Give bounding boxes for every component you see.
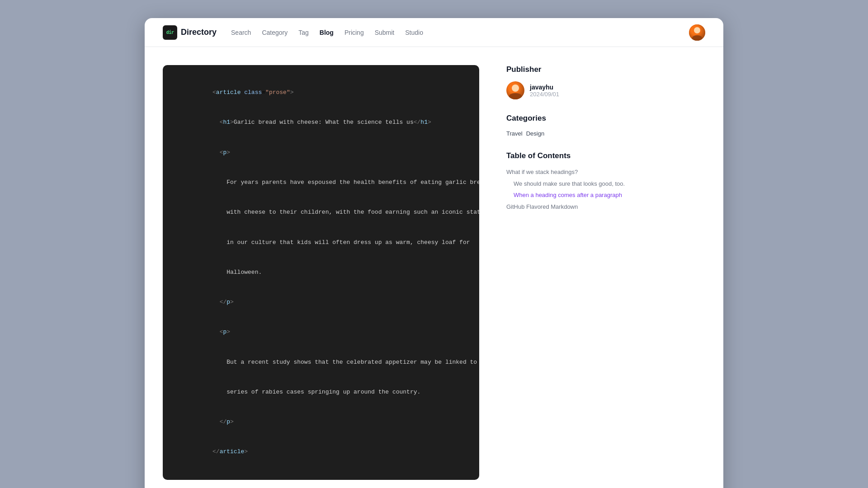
avatar-image xyxy=(689,24,705,41)
categories-section: Categories Travel Design xyxy=(506,114,633,137)
code-line-10: But a recent study shows that the celebr… xyxy=(177,347,465,377)
navbar-right xyxy=(689,24,705,41)
categories-title: Categories xyxy=(506,114,633,123)
user-avatar[interactable] xyxy=(689,24,705,41)
nav-links: Search Category Tag Blog Pricing Submit … xyxy=(231,29,423,36)
browser-window: dir Directory Search Category Tag Blog P… xyxy=(145,18,723,488)
nav-search[interactable]: Search xyxy=(231,29,251,36)
code-line-7: Halloween. xyxy=(177,258,465,287)
category-design[interactable]: Design xyxy=(526,130,544,137)
nav-studio[interactable]: Studio xyxy=(405,29,423,36)
code-line-11: series of rabies cases springing up arou… xyxy=(177,377,465,407)
toc-title: Table of Contents xyxy=(506,151,633,160)
publisher-details: javayhu 2024/09/01 xyxy=(530,84,559,98)
navbar: dir Directory Search Category Tag Blog P… xyxy=(145,18,723,47)
nav-blog[interactable]: Blog xyxy=(320,29,334,36)
toc-list: What if we stack headings? We should mak… xyxy=(506,168,633,211)
publisher-avatar xyxy=(506,81,524,99)
code-block: <article class="prose"> <h1>Garlic bread… xyxy=(163,65,479,480)
code-line-8: </p> xyxy=(177,287,465,317)
code-line-1: <article class="prose"> xyxy=(177,78,465,108)
code-line-13: </article> xyxy=(177,437,465,467)
code-line-6: in our culture that kids will often dres… xyxy=(177,227,465,257)
article-area: <article class="prose"> <h1>Garlic bread… xyxy=(163,65,506,488)
nav-pricing[interactable]: Pricing xyxy=(344,29,364,36)
toc-section: Table of Contents What if we stack headi… xyxy=(506,151,633,211)
code-line-5: with cheese to their children, with the … xyxy=(177,197,465,227)
nav-tag[interactable]: Tag xyxy=(298,29,309,36)
publisher-date: 2024/09/01 xyxy=(530,91,559,98)
code-line-3: <p> xyxy=(177,138,465,168)
publisher-name: javayhu xyxy=(530,84,559,91)
categories-list: Travel Design xyxy=(506,130,633,137)
main-content: <article class="prose"> <h1>Garlic bread… xyxy=(145,47,723,488)
category-travel[interactable]: Travel xyxy=(506,130,523,137)
brand-name: Directory xyxy=(181,28,217,37)
code-line-9: <p> xyxy=(177,317,465,347)
toc-item-3[interactable]: GitHub Flavored Markdown xyxy=(506,202,633,211)
toc-item-0[interactable]: What if we stack headings? xyxy=(506,168,633,177)
publisher-info: javayhu 2024/09/01 xyxy=(506,81,633,99)
code-line-2: <h1>Garlic bread with cheese: What the s… xyxy=(177,108,465,137)
logo-area: dir Directory xyxy=(163,25,217,40)
toc-item-1[interactable]: We should make sure that looks good, too… xyxy=(506,179,633,188)
publisher-section: Publisher javayhu 2024/09/01 xyxy=(506,65,633,99)
logo-icon: dir xyxy=(163,25,177,40)
nav-submit[interactable]: Submit xyxy=(375,29,395,36)
code-line-4: For years parents have espoused the heal… xyxy=(177,168,465,197)
sidebar: Publisher javayhu 2024/09/01 Categories … xyxy=(506,65,633,488)
navbar-left: dir Directory Search Category Tag Blog P… xyxy=(163,25,423,40)
publisher-title: Publisher xyxy=(506,65,633,74)
nav-category[interactable]: Category xyxy=(262,29,288,36)
code-line-12: </p> xyxy=(177,407,465,437)
toc-item-2[interactable]: When a heading comes after a paragraph xyxy=(506,191,633,200)
